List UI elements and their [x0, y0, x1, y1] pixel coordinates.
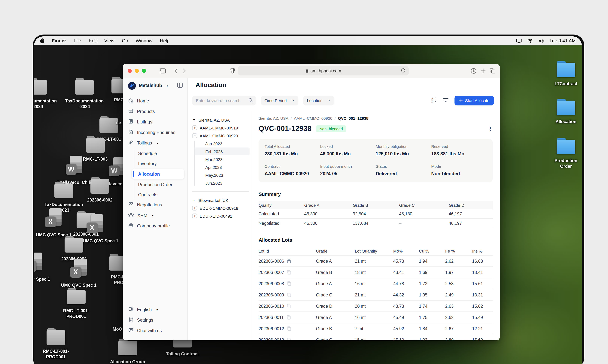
excel-file-icon[interactable]: X [87, 214, 104, 234]
folder-icon[interactable] [54, 182, 73, 198]
folder-icon[interactable] [34, 78, 47, 95]
sidebar-item-enquiries[interactable]: Incoming Enquiries [126, 127, 184, 138]
shield-icon[interactable] [231, 68, 235, 74]
breadcrumb-item[interactable]: Sierrita, AZ, USA [259, 116, 288, 120]
lot-row[interactable]: 202306-0011Grade A16 mt45.491.752.6215.4… [259, 312, 493, 323]
filter-icon[interactable] [443, 97, 449, 104]
menu-item-edit[interactable]: Edit [85, 38, 101, 43]
folder-icon[interactable] [556, 61, 575, 77]
close-button[interactable] [128, 69, 132, 73]
collapse-icon[interactable]: − [192, 133, 197, 138]
wifi-icon[interactable] [527, 39, 533, 43]
lot-row[interactable]: 202306-0013Grade C15 mt45.101.932.8915.6… [259, 334, 493, 340]
sidebar-item-allocation[interactable]: Allocation [132, 169, 184, 179]
tab-overview-icon[interactable] [490, 68, 495, 73]
menu-item-file[interactable]: File [70, 38, 85, 43]
sidebar-toggle-icon[interactable] [159, 68, 166, 73]
new-tab-icon[interactable] [481, 68, 486, 73]
sidebar-item-schedule[interactable]: Schedule [134, 148, 184, 158]
sidebar-item-negotiations[interactable]: Negotiations [126, 200, 184, 210]
copy-icon[interactable] [287, 304, 291, 309]
workspace-name[interactable]: Metalshub [139, 83, 162, 88]
folder-icon[interactable] [556, 99, 575, 115]
folder-icon[interactable] [65, 236, 83, 253]
copy-icon[interactable] [287, 337, 291, 340]
tree-contract-AAML-CMMC-00919[interactable]: + AAML-CMMC-00919 [192, 124, 250, 132]
lot-row[interactable]: 202306-0012Grade B7 mt45.921.842.6712.21 [259, 323, 493, 334]
airplay-icon[interactable] [516, 39, 522, 43]
expand-icon[interactable]: + [192, 206, 197, 210]
expand-icon[interactable]: + [192, 125, 197, 130]
summary-row[interactable]: Calculated46,30092,50445,18046,197 [259, 209, 493, 219]
excel-file-icon[interactable]: X [34, 253, 43, 273]
folder-icon[interactable] [75, 78, 94, 95]
download-icon[interactable] [471, 68, 477, 74]
folder-icon[interactable] [91, 177, 109, 194]
sidebar-item-production-order[interactable]: Production Order [134, 179, 184, 190]
tree-location[interactable]: ▼ Sierrita, AZ, USA [192, 116, 250, 124]
word-file-icon[interactable]: W [66, 156, 83, 176]
tree-location[interactable]: ▼ Stowmarket, UK [192, 196, 250, 204]
sidebar-item-company-profile[interactable]: Company profile [126, 221, 184, 231]
menu-item-go[interactable]: Go [118, 38, 132, 43]
tree-month-mar-2023[interactable]: Mar.2023 [194, 155, 250, 163]
tree-contract-AAML-CMMC-00920[interactable]: − AAML-CMMC-00920 [192, 132, 250, 140]
time-period-select[interactable]: Time Period▼ [261, 95, 298, 105]
folder-icon[interactable] [118, 339, 137, 355]
collapse-sidebar-icon[interactable] [177, 82, 183, 89]
sidebar-item-home[interactable]: Home [126, 96, 184, 106]
copy-icon[interactable] [287, 281, 291, 286]
menu-item-window[interactable]: Window [132, 38, 156, 43]
folder-icon[interactable] [67, 288, 86, 304]
sidebar-item-tollings[interactable]: Tollings▼ [126, 138, 184, 148]
back-icon[interactable] [174, 68, 178, 73]
sidebar-item-inventory[interactable]: Inventory [134, 158, 184, 169]
tree-month-jan-2023[interactable]: Jan.2023 [194, 140, 250, 147]
sidebar-item-xrm[interactable]: XRM▼ [126, 210, 184, 221]
address-bar[interactable]: amirhpnahi.com [238, 66, 409, 76]
sidebar-item-contracts[interactable]: Contracts [134, 190, 184, 200]
folder-icon[interactable] [47, 328, 65, 345]
tree-contract-EDUK-EID-00491[interactable]: + EDUK-EID-00491 [192, 212, 250, 220]
search-input[interactable]: Enter keyword to search [192, 95, 256, 105]
menu-item-help[interactable]: Help [156, 38, 173, 43]
lot-row[interactable]: 202306-0009Grade C21 mt44.321.952.4913.3… [259, 289, 493, 300]
copy-icon[interactable] [287, 292, 291, 297]
minimize-button[interactable] [135, 69, 139, 73]
copy-icon[interactable] [287, 326, 291, 331]
tree-contract-EDUK-CMMC-00919[interactable]: + EDUK-CMMC-00919 [192, 204, 250, 212]
tree-month-jun-2023[interactable]: Jun.2023 [194, 179, 250, 187]
lock-icon[interactable] [287, 259, 291, 263]
forward-icon[interactable] [183, 68, 186, 73]
sidebar-item-settings[interactable]: Settings [126, 315, 184, 325]
lot-row[interactable]: 202306-0007Grade B18 mt43.411.691.9713.4… [259, 267, 493, 278]
tree-month-may-2023[interactable]: May.2023 [194, 171, 250, 179]
az-sort-icon[interactable]: AZ [431, 96, 437, 104]
breadcrumb-item[interactable]: QVC–001–12938 [338, 116, 368, 120]
copy-icon[interactable] [287, 270, 291, 275]
lot-row[interactable]: 202306-0008Grade A16 mt44.781.722.5315.6… [259, 278, 493, 289]
tree-month-apr-2023[interactable]: Apr.2023 [194, 163, 250, 171]
lot-row[interactable]: 202306-0010Grade D20 mt43.781.742.6315.6… [259, 300, 493, 312]
sidebar-item-products[interactable]: Products [126, 106, 184, 117]
sidebar-item-listings[interactable]: Listings [126, 117, 184, 127]
copy-icon[interactable] [286, 315, 291, 320]
kebab-menu-icon[interactable]: ⋮ [488, 126, 493, 132]
volume-icon[interactable] [538, 39, 544, 43]
tree-month-feb-2023[interactable]: Feb.2023 [194, 147, 250, 155]
folder-icon[interactable] [100, 116, 118, 133]
menu-item-finder[interactable]: Finder [48, 38, 70, 43]
reload-icon[interactable] [401, 68, 406, 74]
sidebar-item-language[interactable]: English▼ [126, 304, 184, 315]
summary-row[interactable]: Negotiated46,300137,684–46,197 [259, 219, 493, 228]
lot-row[interactable]: 202306-0006Grade A21 mt45.781.942.6216.6… [259, 255, 493, 267]
excel-file-icon[interactable]: X [70, 259, 88, 279]
folder-icon[interactable] [556, 138, 575, 154]
expand-icon[interactable]: + [192, 214, 197, 218]
folder-icon[interactable] [86, 136, 105, 153]
sidebar-item-chat[interactable]: Chat with us [126, 325, 184, 336]
breadcrumb[interactable]: Sierrita, AZ, USA/AAML–CMMC–00920/QVC–00… [259, 116, 493, 120]
excel-file-icon[interactable]: X [45, 208, 62, 229]
zoom-button[interactable] [142, 69, 146, 73]
breadcrumb-item[interactable]: AAML–CMMC–00920 [294, 116, 332, 120]
